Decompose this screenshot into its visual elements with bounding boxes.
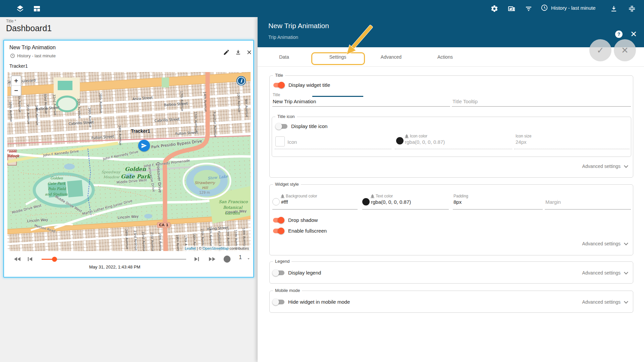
chevron-down-icon: [624, 270, 628, 275]
chevron-down-icon: [624, 164, 628, 168]
fast-rewind-icon[interactable]: [13, 255, 21, 263]
map-info-button[interactable]: i: [236, 76, 246, 85]
display-legend-toggle[interactable]: [272, 269, 284, 276]
trip-animation-widget[interactable]: New Trip Animation History - last minute…: [3, 40, 254, 278]
zoom-out-button[interactable]: −: [11, 86, 21, 96]
tab-settings[interactable]: Settings: [313, 47, 363, 67]
info-icon: i: [240, 78, 242, 84]
text-color-value[interactable]: rgba(0, 0, 0, 0.87): [371, 199, 411, 205]
icon-color-swatch[interactable]: [396, 137, 404, 144]
map-label: Golden: [50, 176, 63, 180]
icon-color-value[interactable]: rgba(0, 0, 0, 0.87): [405, 139, 445, 145]
enable-fullscreen-toggle[interactable]: [272, 228, 284, 234]
display-legend-label: Display legend: [288, 270, 321, 276]
close-icon: ✕: [630, 29, 637, 39]
play-circle-icon[interactable]: [223, 255, 231, 263]
close-drawer-button[interactable]: ✕: [629, 30, 638, 39]
padding-value[interactable]: 8px: [453, 199, 462, 205]
leaflet-link[interactable]: Leaflet: [185, 246, 196, 250]
tab-actions[interactable]: Actions: [420, 47, 470, 67]
title-icon-legend: Title icon: [275, 114, 297, 119]
timeline-date: May 31, 2022, 1:43:48 PM: [43, 264, 187, 269]
text-color-swatch[interactable]: [362, 198, 370, 205]
edit-widget-icon[interactable]: [223, 49, 230, 56]
timewindow-label: History - last minute: [551, 5, 596, 11]
background-color-value[interactable]: #fff: [281, 199, 288, 205]
map-label: Gate Park: [121, 173, 151, 180]
hide-widget-mobile-toggle[interactable]: [272, 299, 284, 305]
title-advanced-settings[interactable]: Advanced settings: [582, 164, 628, 169]
title-field-value[interactable]: New Trip Animation: [273, 99, 316, 104]
download-icon[interactable]: [610, 5, 618, 13]
icon-color-underline: [395, 149, 512, 149]
style-advanced-settings[interactable]: Advanced settings: [582, 241, 628, 246]
speed-dropdown-icon[interactable]: [246, 256, 251, 262]
map-label: Botanical: [223, 205, 242, 210]
map-label: Gate Park: [48, 181, 65, 185]
margin-input[interactable]: Margin: [545, 199, 561, 205]
dashboard-area: Title * Dashboard1 New Trip Animation Hi…: [0, 17, 258, 362]
apply-fab-button[interactable]: ✓: [589, 39, 611, 61]
tab-data[interactable]: Data: [259, 47, 309, 67]
text-underline: [362, 209, 449, 209]
tab-bar: Data Settings Advanced Actions: [258, 47, 644, 67]
chevron-down-icon: [624, 241, 628, 245]
drawer-title: New Trip Animation: [268, 22, 329, 30]
drawer-header: New Trip Animation Trip Animation ? ✕: [258, 17, 644, 47]
fast-forward-icon[interactable]: [208, 255, 216, 263]
check-icon: ✓: [597, 45, 604, 56]
dashboard-title-input[interactable]: Dashboard1: [6, 23, 52, 33]
map[interactable]: Geary BoulevardAnza StreetBalboa StreetB…: [7, 72, 251, 251]
icon-size-label: Icon size: [516, 134, 531, 138]
map-attribution: Leaflet | © OpenStreetMap contributors: [183, 246, 251, 251]
attribution-suffix: contributors: [228, 246, 249, 250]
help-button[interactable]: ?: [615, 31, 623, 38]
osm-link[interactable]: OpenStreetMap: [203, 246, 229, 250]
legend-advanced-settings[interactable]: Advanced settings: [582, 270, 628, 276]
cancel-fab-button[interactable]: ✕: [614, 39, 636, 61]
widget-download-icon[interactable]: [235, 49, 241, 56]
widget-timewindow[interactable]: History - last minute: [10, 53, 56, 58]
attribution-separator: | ©: [196, 246, 203, 250]
display-title-icon-label: Display title icon: [291, 123, 327, 129]
drop-shadow-toggle[interactable]: [272, 217, 284, 224]
title-field-underline: [272, 106, 450, 107]
tab-advanced[interactable]: Advanced: [366, 47, 416, 67]
map-label: Speedway: [101, 170, 120, 174]
dashboard-title-label: Title *: [6, 19, 16, 23]
icon-size-value[interactable]: 24px: [516, 139, 527, 145]
widget-style-legend: Widget style: [273, 182, 301, 187]
send-icon: [141, 142, 147, 149]
timewindow-button[interactable]: History - last minute: [541, 4, 596, 11]
display-widget-title-toggle[interactable]: [273, 82, 285, 88]
skip-next-icon[interactable]: [193, 255, 201, 263]
margin-underline: [545, 209, 631, 209]
map-label: Polo Field: [48, 187, 66, 191]
widget-datasource-label: Tracker1: [9, 63, 28, 69]
entities-icon[interactable]: [507, 5, 516, 13]
layers-icon[interactable]: [16, 5, 24, 13]
zoom-in-button[interactable]: +: [11, 76, 21, 86]
dashboards-icon[interactable]: [33, 5, 41, 13]
slider-thumb[interactable]: [52, 257, 57, 262]
cancel-icon: ✕: [621, 45, 629, 56]
mobile-mode-legend: Mobile mode: [273, 288, 302, 293]
timeline-slider[interactable]: [42, 256, 186, 262]
map-label: Hill: [202, 186, 208, 190]
background-color-swatch[interactable]: [272, 198, 280, 205]
display-title-icon-toggle[interactable]: [275, 123, 287, 130]
icon-field[interactable]: Icon: [287, 139, 297, 145]
settings-gear-icon[interactable]: [490, 5, 498, 13]
title-tooltip-input[interactable]: Title Tooltip: [452, 99, 478, 104]
close-widget-icon[interactable]: [246, 49, 253, 56]
tracker-marker[interactable]: [138, 140, 150, 152]
icon-field-underline: [275, 149, 391, 149]
playback-speed-value[interactable]: 1: [239, 254, 242, 260]
mobile-advanced-settings[interactable]: Advanced settings: [582, 299, 628, 305]
skip-previous-icon[interactable]: [26, 255, 34, 263]
display-widget-title-label: Display widget title: [288, 82, 330, 88]
exit-fullscreen-icon[interactable]: [628, 5, 636, 13]
drawer-subtitle: Trip Animation: [268, 35, 298, 40]
icon-picker-box[interactable]: [275, 136, 285, 146]
filter-icon[interactable]: [525, 5, 533, 13]
